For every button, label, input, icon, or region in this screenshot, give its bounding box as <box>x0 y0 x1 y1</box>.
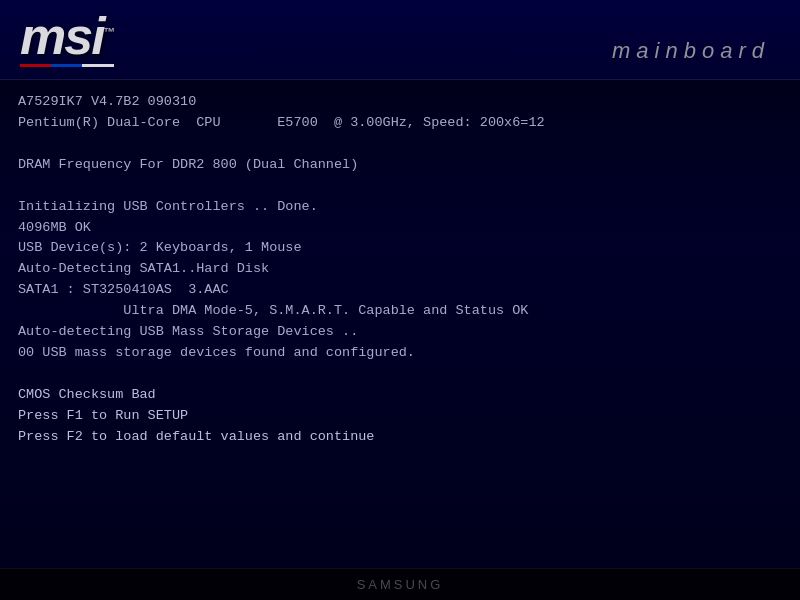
bios-line: 00 USB mass storage devices found and co… <box>18 343 782 364</box>
bios-line: Ultra DMA Mode-5, S.M.A.R.T. Capable and… <box>18 301 782 322</box>
logo-underline <box>20 64 114 67</box>
bottom-bar: SAMSUNG <box>0 568 800 600</box>
header: msi™ mainboard <box>0 0 800 80</box>
bios-line: 4096MB OK <box>18 218 782 239</box>
bios-output: A7529IK7 V4.7B2 090310Pentium(R) Dual-Co… <box>0 80 800 568</box>
bios-line: Pentium(R) Dual-Core CPU E5700 @ 3.00GHz… <box>18 113 782 134</box>
bios-line: CMOS Checksum Bad <box>18 385 782 406</box>
bios-line: Initializing USB Controllers .. Done. <box>18 197 782 218</box>
underline-red <box>20 64 51 67</box>
bios-line <box>18 176 782 197</box>
bios-line: USB Device(s): 2 Keyboards, 1 Mouse <box>18 238 782 259</box>
bios-line <box>18 134 782 155</box>
bios-line: Press F2 to load default values and cont… <box>18 427 782 448</box>
bios-line: DRAM Frequency For DDR2 800 (Dual Channe… <box>18 155 782 176</box>
msi-logo-text: msi™ <box>20 10 114 62</box>
msi-wordmark: msi <box>20 7 104 65</box>
bios-line: A7529IK7 V4.7B2 090310 <box>18 92 782 113</box>
bios-line: Auto-Detecting SATA1..Hard Disk <box>18 259 782 280</box>
samsung-brand: SAMSUNG <box>357 577 444 592</box>
trademark-symbol: ™ <box>104 25 114 39</box>
bios-screen: msi™ mainboard A7529IK7 V4.7B2 090310Pen… <box>0 0 800 600</box>
bios-line: Press F1 to Run SETUP <box>18 406 782 427</box>
underline-blue <box>51 64 82 67</box>
bios-line: Auto-detecting USB Mass Storage Devices … <box>18 322 782 343</box>
underline-white <box>82 64 113 67</box>
msi-logo: msi™ <box>20 10 114 67</box>
bios-line <box>18 364 782 385</box>
bios-line: SATA1 : ST3250410AS 3.AAC <box>18 280 782 301</box>
mainboard-tagline: mainboard <box>612 38 770 69</box>
